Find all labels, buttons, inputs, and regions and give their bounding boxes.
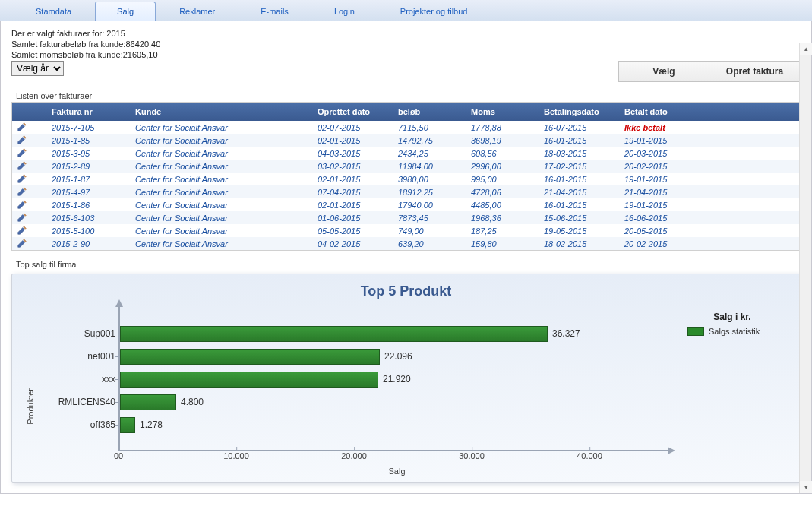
x-tick-label: 10.000 — [223, 451, 249, 461]
chart-bar — [120, 372, 378, 388]
table-row[interactable]: 2015-1-85Center for Socialt Ansvar02-01-… — [12, 134, 800, 147]
table-row[interactable]: 2015-1-86Center for Socialt Ansvar02-01-… — [12, 198, 800, 211]
edit-icon[interactable] — [17, 122, 27, 132]
tab-projekter[interactable]: Projekter og tilbud — [378, 2, 490, 21]
tab-salg[interactable]: Salg — [95, 2, 156, 21]
cell-faktura-nr: 2015-7-105 — [47, 121, 131, 135]
invoice-list-label: Listen over fakturaer — [16, 91, 801, 100]
col-kunde[interactable]: Kunde — [131, 105, 313, 119]
cell-belob: 14792,75 — [393, 134, 466, 147]
tab-login[interactable]: Login — [312, 2, 377, 21]
x-tick-label: 30.000 — [459, 451, 485, 461]
cell-oprettet: 05-05-2015 — [313, 224, 393, 238]
cell-faktura-nr: 2015-6-103 — [47, 211, 131, 225]
cell-kunde: Center for Socialt Ansvar — [131, 173, 313, 186]
chart-bar-row: net00122.096 — [120, 348, 412, 365]
cell-moms: 187,25 — [466, 224, 539, 238]
edit-icon[interactable] — [17, 173, 27, 184]
col-betalt-dato[interactable]: Betalt dato — [620, 105, 703, 119]
top-sales-label: Top salg til firma — [16, 260, 801, 269]
cell-oprettet: 02-01-2015 — [313, 198, 393, 212]
cell-belob: 2434,25 — [393, 147, 466, 160]
table-row[interactable]: 2015-5-100Center for Socialt Ansvar05-05… — [12, 224, 800, 237]
grid-header: Faktura nr Kunde Oprettet dato beløb Mom… — [12, 103, 800, 121]
cell-faktura-nr: 2015-2-90 — [47, 237, 131, 251]
chart-bar — [120, 417, 135, 433]
edit-icon[interactable] — [17, 160, 27, 171]
cell-betalt-dato: Ikke betalt — [620, 121, 703, 135]
cell-kunde: Center for Socialt Ansvar — [131, 147, 313, 160]
scroll-up-icon[interactable]: ▴ — [800, 43, 812, 55]
edit-icon[interactable] — [17, 199, 27, 210]
chart-bar — [120, 326, 548, 342]
choose-button[interactable]: Vælg — [618, 61, 709, 82]
edit-icon[interactable] — [17, 212, 27, 223]
col-faktura-nr[interactable]: Faktura nr — [47, 105, 131, 119]
tab-bar: Stamdata Salg Reklamer E-mails Login Pro… — [0, 0, 812, 21]
chart-y-label: Produkter — [23, 358, 35, 425]
chart-category-label: RMLICENS40 — [41, 397, 120, 407]
table-row[interactable]: 2015-1-87Center for Socialt Ansvar02-01-… — [12, 173, 800, 185]
edit-icon[interactable] — [17, 186, 27, 197]
chart-category-label: xxx — [41, 374, 120, 385]
chart-category-label: net001 — [41, 351, 120, 362]
cell-moms: 608,56 — [466, 147, 539, 160]
table-row[interactable]: 2015-7-105Center for Socialt Ansvar02-07… — [12, 121, 800, 134]
cell-betalt-dato: 16-06-2015 — [620, 211, 703, 225]
cell-betalingsdato: 21-04-2015 — [539, 185, 620, 199]
chart-value-label: 1.278 — [140, 419, 163, 430]
table-row[interactable]: 2015-2-90Center for Socialt Ansvar04-02-… — [12, 237, 800, 250]
cell-oprettet: 02-01-2015 — [313, 134, 393, 147]
cell-oprettet: 02-01-2015 — [313, 173, 393, 186]
cell-betalt-dato: 19-01-2015 — [620, 198, 703, 212]
col-oprettet[interactable]: Oprettet dato — [313, 105, 393, 119]
table-row[interactable]: 2015-4-97Center for Socialt Ansvar07-04-… — [12, 185, 800, 198]
cell-oprettet: 01-06-2015 — [313, 211, 393, 225]
tab-reklamer[interactable]: Reklamer — [157, 2, 237, 21]
chart-bar-row: Sup00136.327 — [120, 325, 580, 342]
cell-betalt-dato: 21-04-2015 — [620, 185, 703, 199]
cell-moms: 4485,00 — [466, 198, 539, 212]
cell-moms: 995,00 — [466, 173, 539, 186]
chart-value-label: 4.800 — [181, 397, 204, 407]
chart-x-label: Salg — [118, 467, 675, 476]
cell-betalingsdato: 16-01-2015 — [539, 198, 620, 212]
edit-icon[interactable] — [17, 238, 27, 249]
col-betalingsdato[interactable]: Betalingsdato — [539, 105, 620, 119]
cell-kunde: Center for Socialt Ansvar — [131, 121, 313, 135]
selected-year-text: Der er valgt fakturaer for: 2015 — [11, 29, 801, 38]
cell-belob: 17940,00 — [393, 198, 466, 212]
cell-moms: 1968,36 — [466, 211, 539, 225]
col-belob[interactable]: beløb — [393, 105, 466, 119]
vertical-scrollbar[interactable]: ▴ ▾ — [799, 43, 811, 493]
table-row[interactable]: 2015-2-89Center for Socialt Ansvar03-02-… — [12, 160, 800, 173]
x-axis-arrow-icon — [668, 447, 675, 454]
table-row[interactable]: 2015-3-95Center for Socialt Ansvar04-03-… — [12, 147, 800, 160]
cell-oprettet: 04-02-2015 — [313, 237, 393, 251]
cell-kunde: Center for Socialt Ansvar — [131, 160, 313, 173]
edit-icon[interactable] — [17, 135, 27, 145]
tab-emails[interactable]: E-mails — [239, 2, 311, 21]
col-moms[interactable]: Moms — [466, 105, 539, 119]
cell-kunde: Center for Socialt Ansvar — [131, 237, 313, 251]
cell-faktura-nr: 2015-1-86 — [47, 198, 131, 212]
edit-icon[interactable] — [17, 225, 27, 236]
y-axis-arrow-icon — [115, 299, 123, 307]
cell-kunde: Center for Socialt Ansvar — [131, 224, 313, 238]
legend-item: Salgs statistik — [687, 327, 789, 336]
cell-belob: 639,20 — [393, 237, 466, 251]
year-select[interactable]: Vælg år — [11, 61, 64, 76]
cell-oprettet: 03-02-2015 — [313, 160, 393, 173]
cell-faktura-nr: 2015-1-87 — [47, 173, 131, 186]
cell-kunde: Center for Socialt Ansvar — [131, 134, 313, 147]
chart-bar — [120, 394, 176, 410]
chart-value-label: 21.920 — [383, 374, 411, 385]
edit-icon[interactable] — [17, 147, 27, 158]
scroll-down-icon[interactable]: ▾ — [800, 481, 812, 493]
tab-stamdata[interactable]: Stamdata — [14, 2, 93, 21]
cell-belob: 18912,25 — [393, 185, 466, 199]
new-invoice-button[interactable]: Opret faktura — [709, 61, 801, 82]
table-row[interactable]: 2015-6-103Center for Socialt Ansvar01-06… — [12, 211, 800, 224]
cell-moms: 2996,00 — [466, 160, 539, 173]
cell-faktura-nr: 2015-2-89 — [47, 160, 131, 173]
